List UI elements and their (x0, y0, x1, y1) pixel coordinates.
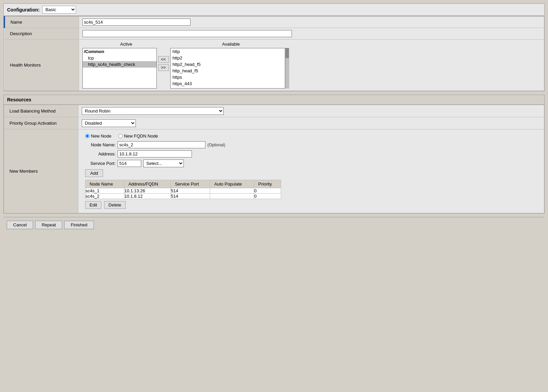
active-listbox[interactable]: /Common tcp http_sc4s_health_check (82, 48, 157, 89)
col-address-fqdn: Address/FQDN (124, 180, 171, 188)
scrollbar-thumb (285, 48, 289, 58)
repeat-button[interactable]: Repeat (35, 221, 62, 229)
config-label: Configuration: (7, 7, 40, 13)
members-table-header-row: Node Name Address/FQDN Service Port Auto… (85, 180, 281, 188)
page-wrapper: Configuration: Basic Advanced Name Descr… (0, 0, 548, 236)
monitor-arrows: << >> (158, 56, 169, 71)
node-name-form-label: Node Name: (85, 142, 116, 147)
cancel-button[interactable]: Cancel (7, 221, 33, 229)
active-label: Active (89, 42, 164, 47)
priority-group-value-cell: Disabled Less than (78, 117, 544, 129)
col-node-name: Node Name (85, 180, 124, 188)
new-members-row: New Members New Node (4, 129, 544, 213)
row2-auto-populate (210, 194, 254, 199)
description-row: Description (4, 28, 544, 40)
address-form-label: Address: (85, 151, 116, 156)
resources-section-panel: Resources Load Balancing Method Round Ro… (3, 95, 545, 214)
radio-new-fqdn[interactable] (118, 134, 123, 138)
edit-button[interactable]: Edit (85, 201, 101, 209)
row2-priority: 0 (254, 194, 281, 199)
arrow-right-btn[interactable]: >> (158, 64, 169, 71)
service-port-input[interactable] (118, 160, 141, 167)
optional-text: (Optional) (207, 143, 225, 147)
delete-button[interactable]: Delete (104, 201, 126, 209)
available-item-https[interactable]: https (171, 74, 285, 80)
radio-new-fqdn-text: New FQDN Node (124, 133, 158, 139)
row1-node-name: sc4s_1 (85, 188, 124, 194)
row1-service-port: 514 (171, 188, 210, 194)
bottom-bar: Cancel Repeat Finished (3, 217, 545, 232)
row2-address: 10.1.8.12 (124, 194, 171, 199)
finished-button[interactable]: Finished (64, 221, 94, 229)
priority-group-row: Priority Group Activation Disabled Less … (4, 117, 544, 129)
radio-new-fqdn-label[interactable]: New FQDN Node (118, 133, 158, 139)
row1-address: 10.1.13.26 (124, 188, 171, 194)
available-item-http-head-f5[interactable]: http_head_f5 (171, 68, 285, 74)
available-item-http[interactable]: http (171, 48, 285, 55)
service-port-form-row: Service Port: Select... (85, 160, 537, 167)
available-scrollbar[interactable] (285, 48, 289, 89)
form-table-top: Name Description Health Monitors (4, 16, 544, 91)
radio-new-node-text: New Node (91, 133, 111, 139)
health-monitors-row: Health Monitors Active Available /Common (4, 40, 544, 91)
config-bar: Configuration: Basic Advanced (3, 3, 545, 16)
node-name-form-row: Node Name: (Optional) (85, 141, 537, 148)
available-item-http2[interactable]: http2 (171, 55, 285, 61)
col-service-port: Service Port (171, 180, 210, 188)
name-value-cell (79, 17, 544, 28)
table-row[interactable]: sc4s_1 10.1.13.26 514 0 (85, 188, 281, 194)
new-members-label: New Members (4, 129, 78, 213)
arrow-left-btn[interactable]: << (158, 56, 169, 63)
active-group-label: /Common (83, 48, 156, 55)
name-input[interactable] (82, 19, 191, 26)
active-item-health-check[interactable]: http_sc4s_health_check (83, 61, 156, 68)
load-balancing-value-cell: Round Robin Least Connections Observed M… (78, 105, 544, 117)
name-label: Name (4, 17, 79, 28)
row2-service-port: 514 (171, 194, 210, 199)
health-monitors-label: Health Monitors (4, 40, 79, 91)
top-section-panel: Name Description Health Monitors (3, 16, 545, 91)
available-item-http2-head-f5[interactable]: http2_head_f5 (171, 61, 285, 68)
health-monitors-value-cell: Active Available /Common tcp http_sc4s_h… (79, 40, 544, 91)
row1-auto-populate (210, 188, 254, 194)
load-balancing-select[interactable]: Round Robin Least Connections Observed M… (82, 107, 224, 115)
service-port-select[interactable]: Select... (143, 160, 184, 167)
available-listbox[interactable]: http http2 http2_head_f5 http_head_f5 ht… (170, 48, 285, 89)
priority-group-label: Priority Group Activation (4, 117, 78, 129)
name-row: Name (4, 17, 544, 28)
config-select[interactable]: Basic Advanced (42, 6, 76, 14)
health-monitors-layout: /Common tcp http_sc4s_health_check << >> (82, 48, 541, 89)
col-priority: Priority (254, 180, 281, 188)
new-members-form: New Node New FQDN Node Node Name: (82, 131, 541, 211)
form-table-resources: Load Balancing Method Round Robin Least … (4, 105, 544, 213)
load-balancing-row: Load Balancing Method Round Robin Least … (4, 105, 544, 117)
load-balancing-label: Load Balancing Method (4, 105, 78, 117)
row2-node-name: sc4s_2 (85, 194, 124, 199)
priority-group-select[interactable]: Disabled Less than (82, 119, 136, 127)
description-value-cell (79, 28, 544, 40)
radio-new-node[interactable] (85, 134, 90, 138)
resources-section-header: Resources (4, 95, 544, 105)
radio-new-node-label[interactable]: New Node (85, 133, 111, 139)
radio-group: New Node New FQDN Node (85, 133, 537, 139)
description-input[interactable] (82, 30, 292, 37)
description-label: Description (4, 28, 79, 40)
address-input[interactable] (118, 150, 192, 157)
available-item-https-443[interactable]: https_443 (171, 80, 285, 87)
members-table: Node Name Address/FQDN Service Port Auto… (85, 180, 281, 199)
col-auto-populate: Auto Populate (210, 180, 254, 188)
table-row[interactable]: sc4s_2 10.1.8.12 514 0 (85, 194, 281, 199)
service-port-form-label: Service Port: (85, 161, 116, 166)
available-label: Available (174, 42, 289, 47)
node-name-input[interactable] (118, 141, 205, 148)
available-listbox-wrapper: http http2 http2_head_f5 http_head_f5 ht… (170, 48, 289, 89)
add-button[interactable]: Add (85, 169, 103, 177)
active-item-tcp[interactable]: tcp (83, 55, 156, 61)
table-action-buttons: Edit Delete (85, 201, 537, 209)
row1-priority: 0 (254, 188, 281, 194)
address-form-row: Address: (85, 150, 537, 157)
new-members-value-cell: New Node New FQDN Node Node Name: (78, 129, 544, 213)
